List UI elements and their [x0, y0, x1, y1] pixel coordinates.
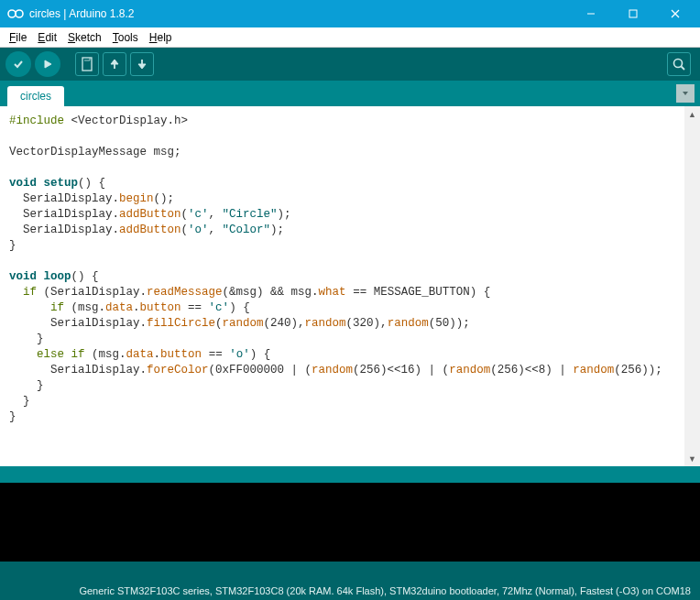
svg-point-14: [674, 60, 683, 68]
svg-rect-7: [82, 58, 92, 71]
code-editor[interactable]: #include <VectorDisplay.h> VectorDisplay…: [0, 106, 700, 466]
save-sketch-button[interactable]: [130, 52, 154, 76]
svg-rect-3: [629, 10, 637, 17]
menu-edit[interactable]: Edit: [32, 29, 62, 46]
menubar: File Edit Sketch Tools Help: [0, 27, 700, 48]
svg-marker-16: [683, 92, 688, 95]
svg-marker-13: [138, 64, 146, 69]
tab-circles[interactable]: circles: [7, 86, 64, 106]
close-button[interactable]: [654, 0, 696, 27]
open-sketch-button[interactable]: [103, 52, 126, 76]
svg-point-1: [16, 10, 23, 17]
svg-line-15: [682, 67, 685, 71]
window-titlebar: circles | Arduino 1.8.2: [0, 0, 700, 27]
tab-menu-dropdown[interactable]: [676, 84, 695, 103]
maximize-button[interactable]: [612, 0, 654, 27]
toolbar: [0, 48, 700, 81]
scroll-down-icon[interactable]: ▼: [684, 451, 700, 466]
tab-strip: circles: [0, 81, 700, 106]
board-info: Generic STM32F103C series, STM32F103C8 (…: [79, 585, 691, 596]
minimize-button[interactable]: [570, 0, 612, 27]
arduino-logo-icon: [7, 5, 24, 22]
editor-scrollbar[interactable]: ▲ ▼: [684, 106, 700, 466]
window-title: circles | Arduino 1.8.2: [29, 7, 570, 20]
status-strip: [0, 466, 700, 483]
menu-file[interactable]: File: [4, 29, 32, 46]
code-content: #include <VectorDisplay.h> VectorDisplay…: [0, 106, 700, 432]
menu-sketch[interactable]: Sketch: [62, 29, 107, 46]
menu-tools[interactable]: Tools: [107, 29, 144, 46]
svg-marker-11: [111, 60, 118, 64]
svg-point-0: [8, 10, 16, 17]
output-console[interactable]: [0, 483, 700, 562]
scroll-up-icon[interactable]: ▲: [684, 106, 700, 122]
new-sketch-button[interactable]: [75, 52, 99, 76]
menu-help[interactable]: Help: [144, 29, 178, 46]
footer-bar: Generic STM32F103C series, STM32F103C8 (…: [0, 562, 700, 600]
verify-button[interactable]: [5, 51, 31, 77]
svg-marker-6: [45, 60, 51, 68]
upload-button[interactable]: [35, 51, 60, 77]
serial-monitor-button[interactable]: [667, 52, 691, 76]
